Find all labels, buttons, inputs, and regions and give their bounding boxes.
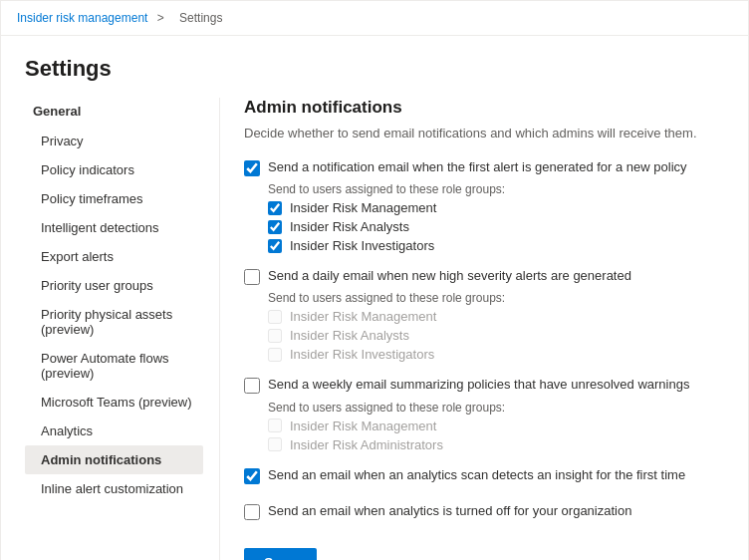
role-groups-label-2: Send to users assigned to these role gro… bbox=[268, 291, 724, 305]
role-2-1-label: Insider Risk Management bbox=[290, 309, 436, 324]
notification-block-5: Send an email when analytics is turned o… bbox=[244, 502, 724, 520]
notification-4-row: Send an email when an analytics scan det… bbox=[244, 466, 724, 484]
sidebar-item-admin-notifications[interactable]: Admin notifications bbox=[25, 445, 203, 474]
sidebar-item-export-alerts[interactable]: Export alerts bbox=[25, 242, 203, 271]
notification-block-2: Send a daily email when new high severit… bbox=[244, 267, 724, 362]
notification-1-label: Send a notification email when the first… bbox=[268, 158, 687, 176]
sidebar-item-policy-indicators[interactable]: Policy indicators bbox=[25, 155, 203, 184]
section-desc: Decide whether to send email notificatio… bbox=[244, 126, 724, 140]
main-content: Admin notifications Decide whether to se… bbox=[219, 98, 724, 560]
role-2-2-label: Insider Risk Analysts bbox=[290, 328, 409, 343]
sidebar-item-privacy[interactable]: Privacy bbox=[25, 127, 203, 155]
notification-5-checkbox[interactable] bbox=[244, 504, 260, 520]
breadcrumb-parent-link[interactable]: Insider risk management bbox=[17, 11, 147, 25]
notification-5-row: Send an email when analytics is turned o… bbox=[244, 502, 724, 520]
notification-3-label: Send a weekly email summarizing policies… bbox=[268, 376, 689, 394]
role-2-1-checkbox[interactable] bbox=[268, 310, 282, 324]
notification-block-1: Send a notification email when the first… bbox=[244, 158, 724, 253]
notification-3-row: Send a weekly email summarizing policies… bbox=[244, 376, 724, 394]
sidebar-section-label: General bbox=[25, 98, 203, 125]
role-2-2-row: Insider Risk Analysts bbox=[268, 328, 724, 343]
sidebar-item-power-automate-flows[interactable]: Power Automate flows (preview) bbox=[25, 344, 203, 388]
save-button[interactable]: Save bbox=[244, 548, 317, 560]
page-wrapper: Insider risk management > Settings Setti… bbox=[0, 0, 749, 560]
notification-1-checkbox[interactable] bbox=[244, 160, 260, 176]
sidebar-item-intelligent-detections[interactable]: Intelligent detections bbox=[25, 213, 203, 242]
notification-2-row: Send a daily email when new high severit… bbox=[244, 267, 724, 285]
notification-5-label: Send an email when analytics is turned o… bbox=[268, 502, 631, 520]
role-2-3-checkbox[interactable] bbox=[268, 348, 282, 362]
notification-1-roles: Send to users assigned to these role gro… bbox=[268, 182, 724, 253]
role-1-3-label: Insider Risk Investigators bbox=[290, 238, 434, 253]
notification-2-label: Send a daily email when new high severit… bbox=[268, 267, 631, 285]
role-3-1-label: Insider Risk Management bbox=[290, 419, 436, 433]
notification-2-checkbox[interactable] bbox=[244, 269, 260, 285]
role-2-1-row: Insider Risk Management bbox=[268, 309, 724, 324]
role-1-2-label: Insider Risk Analysts bbox=[290, 219, 409, 234]
sidebar-item-policy-timeframes[interactable]: Policy timeframes bbox=[25, 184, 203, 213]
role-groups-label-1: Send to users assigned to these role gro… bbox=[268, 182, 724, 196]
role-3-2-row: Insider Risk Administrators bbox=[268, 437, 724, 452]
role-1-1-label: Insider Risk Management bbox=[290, 200, 436, 215]
notification-3-checkbox[interactable] bbox=[244, 378, 260, 394]
role-2-2-checkbox[interactable] bbox=[268, 329, 282, 343]
sidebar-item-microsoft-teams[interactable]: Microsoft Teams (preview) bbox=[25, 388, 203, 417]
role-1-1-row: Insider Risk Management bbox=[268, 200, 724, 215]
notification-2-roles: Send to users assigned to these role gro… bbox=[268, 291, 724, 362]
sidebar-item-priority-user-groups[interactable]: Priority user groups bbox=[25, 271, 203, 300]
notification-4-checkbox[interactable] bbox=[244, 468, 260, 484]
sidebar-item-inline-alert-customization[interactable]: Inline alert customization bbox=[25, 474, 203, 503]
notification-4-label: Send an email when an analytics scan det… bbox=[268, 466, 685, 484]
breadcrumb-current: Settings bbox=[179, 11, 222, 25]
breadcrumb-separator: > bbox=[157, 11, 164, 25]
sidebar-item-priority-physical-assets[interactable]: Priority physical assets (preview) bbox=[25, 300, 203, 344]
role-3-1-checkbox[interactable] bbox=[268, 419, 282, 432]
role-3-1-row: Insider Risk Management bbox=[268, 419, 724, 433]
role-1-2-row: Insider Risk Analysts bbox=[268, 219, 724, 234]
notification-3-roles: Send to users assigned to these role gro… bbox=[268, 401, 724, 452]
role-1-3-row: Insider Risk Investigators bbox=[268, 238, 724, 253]
content-area: General Privacy Policy indicators Policy… bbox=[1, 98, 748, 560]
role-1-1-checkbox[interactable] bbox=[268, 201, 282, 215]
breadcrumb: Insider risk management > Settings bbox=[1, 1, 748, 36]
sidebar-item-analytics[interactable]: Analytics bbox=[25, 417, 203, 445]
notification-1-row: Send a notification email when the first… bbox=[244, 158, 724, 176]
role-2-3-label: Insider Risk Investigators bbox=[290, 347, 434, 362]
page-title: Settings bbox=[1, 36, 748, 98]
notification-block-4: Send an email when an analytics scan det… bbox=[244, 466, 724, 484]
sidebar: General Privacy Policy indicators Policy… bbox=[25, 98, 219, 560]
role-groups-label-3: Send to users assigned to these role gro… bbox=[268, 401, 724, 415]
role-2-3-row: Insider Risk Investigators bbox=[268, 347, 724, 362]
role-3-2-label: Insider Risk Administrators bbox=[290, 437, 443, 452]
notification-block-3: Send a weekly email summarizing policies… bbox=[244, 376, 724, 451]
role-1-2-checkbox[interactable] bbox=[268, 220, 282, 234]
role-3-2-checkbox[interactable] bbox=[268, 437, 282, 451]
section-title: Admin notifications bbox=[244, 98, 724, 118]
role-1-3-checkbox[interactable] bbox=[268, 239, 282, 253]
